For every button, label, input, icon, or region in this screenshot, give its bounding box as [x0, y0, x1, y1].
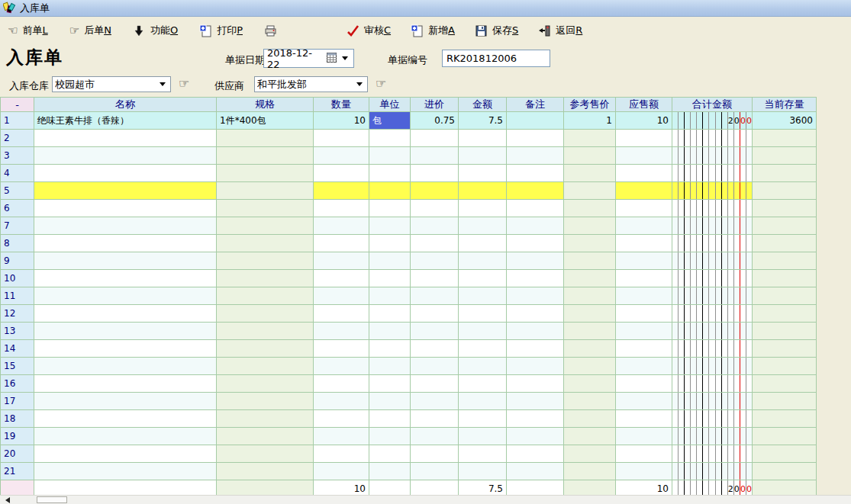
cell-note[interactable]: [507, 165, 564, 182]
cell-ref_price[interactable]: [564, 463, 616, 480]
cell-price[interactable]: [411, 270, 459, 287]
cell-qty[interactable]: [314, 200, 369, 217]
cell-note[interactable]: [507, 130, 564, 147]
cell-ref_price[interactable]: [564, 393, 616, 410]
cell-name[interactable]: [34, 165, 217, 182]
cell-ref_price[interactable]: [564, 287, 616, 305]
cell-ref_price[interactable]: [564, 130, 616, 147]
cell-spec[interactable]: [217, 340, 314, 358]
cell-ledger[interactable]: [672, 358, 753, 375]
cell-price[interactable]: [411, 340, 459, 358]
cell-note[interactable]: [507, 252, 564, 270]
cell-spec[interactable]: [217, 305, 314, 323]
cell-spec[interactable]: [217, 200, 314, 217]
cell-sale[interactable]: [616, 130, 672, 147]
cell-name[interactable]: [34, 235, 217, 252]
cell-note[interactable]: [507, 340, 564, 358]
cell-spec[interactable]: [217, 463, 314, 480]
cell-stock[interactable]: [753, 147, 817, 165]
cell-ledger[interactable]: [672, 323, 753, 340]
cell-ledger[interactable]: [672, 445, 753, 463]
cell-name[interactable]: [34, 340, 217, 358]
cell-name[interactable]: 绝味王素牛排（香辣）: [34, 112, 217, 130]
cell-qty[interactable]: [314, 305, 369, 323]
cell-ref_price[interactable]: [564, 235, 616, 252]
warehouse-select[interactable]: 校园超市: [52, 76, 171, 92]
cell-sale[interactable]: [616, 182, 672, 200]
cell-amount[interactable]: [459, 200, 507, 217]
prev-doc-button[interactable]: ☜ 前单L: [6, 22, 50, 39]
cell-stock[interactable]: [753, 445, 817, 463]
horizontal-scrollbar[interactable]: [0, 495, 851, 504]
cell-ledger[interactable]: [672, 375, 753, 393]
cell-unit[interactable]: [369, 252, 411, 270]
cell-sale[interactable]: [616, 252, 672, 270]
cell-stock[interactable]: [753, 358, 817, 375]
audit-button[interactable]: 审核C: [345, 22, 392, 39]
new-doc-button[interactable]: 新增A: [409, 22, 456, 39]
cell-ref_price[interactable]: [564, 323, 616, 340]
cell-stock[interactable]: [753, 182, 817, 200]
cell-name[interactable]: [34, 463, 217, 480]
cell-stock[interactable]: [753, 323, 817, 340]
cell-ref_price[interactable]: [564, 147, 616, 165]
date-dropdown-arrow-icon[interactable]: [342, 56, 348, 60]
cell-amount[interactable]: [459, 410, 507, 428]
next-doc-button[interactable]: ☞ 后单N: [68, 22, 113, 39]
cell-ref_price[interactable]: [564, 165, 616, 182]
cell-ledger[interactable]: [672, 182, 753, 200]
cell-spec[interactable]: [217, 130, 314, 147]
cell-unit[interactable]: [369, 410, 411, 428]
cell-amount[interactable]: 7.5: [459, 112, 507, 130]
cell-ledger[interactable]: [672, 200, 753, 217]
cell-spec[interactable]: [217, 428, 314, 445]
cell-qty[interactable]: [314, 182, 369, 200]
cell-ref_price[interactable]: [564, 252, 616, 270]
cell-price[interactable]: [411, 217, 459, 235]
cell-note[interactable]: [507, 323, 564, 340]
cell-unit[interactable]: [369, 200, 411, 217]
cell-name[interactable]: [34, 147, 217, 165]
cell-sale[interactable]: [616, 410, 672, 428]
cell-sale[interactable]: [616, 323, 672, 340]
cell-qty[interactable]: [314, 358, 369, 375]
doc-number-input[interactable]: [442, 50, 550, 67]
cell-sale[interactable]: [616, 445, 672, 463]
cell-stock[interactable]: [753, 410, 817, 428]
cell-unit[interactable]: [369, 375, 411, 393]
cell-note[interactable]: [507, 375, 564, 393]
cell-spec[interactable]: [217, 410, 314, 428]
cell-ref_price[interactable]: 1: [564, 112, 616, 130]
cell-unit[interactable]: [369, 463, 411, 480]
cell-price[interactable]: 0.75: [411, 112, 459, 130]
warehouse-lookup-hand-icon[interactable]: ☞: [179, 76, 189, 91]
cell-qty[interactable]: [314, 323, 369, 340]
cell-unit[interactable]: [369, 147, 411, 165]
cell-unit[interactable]: [369, 358, 411, 375]
cell-amount[interactable]: [459, 182, 507, 200]
cell-sale[interactable]: [616, 375, 672, 393]
cell-price[interactable]: [411, 375, 459, 393]
cell-unit[interactable]: [369, 287, 411, 305]
cell-stock[interactable]: [753, 235, 817, 252]
cell-note[interactable]: [507, 410, 564, 428]
cell-note[interactable]: [507, 182, 564, 200]
cell-name[interactable]: [34, 428, 217, 445]
cell-ledger[interactable]: [672, 287, 753, 305]
cell-spec[interactable]: [217, 217, 314, 235]
cell-sale[interactable]: 10: [616, 112, 672, 130]
cell-name[interactable]: [34, 393, 217, 410]
cell-name[interactable]: [34, 182, 217, 200]
cell-note[interactable]: [507, 147, 564, 165]
cell-spec[interactable]: [217, 235, 314, 252]
cell-stock[interactable]: [753, 287, 817, 305]
cell-price[interactable]: [411, 200, 459, 217]
cell-spec[interactable]: [217, 393, 314, 410]
cell-stock[interactable]: [753, 340, 817, 358]
cell-note[interactable]: [507, 287, 564, 305]
cell-name[interactable]: [34, 130, 217, 147]
cell-spec[interactable]: [217, 287, 314, 305]
cell-ref_price[interactable]: [564, 305, 616, 323]
cell-amount[interactable]: [459, 270, 507, 287]
cell-qty[interactable]: [314, 235, 369, 252]
